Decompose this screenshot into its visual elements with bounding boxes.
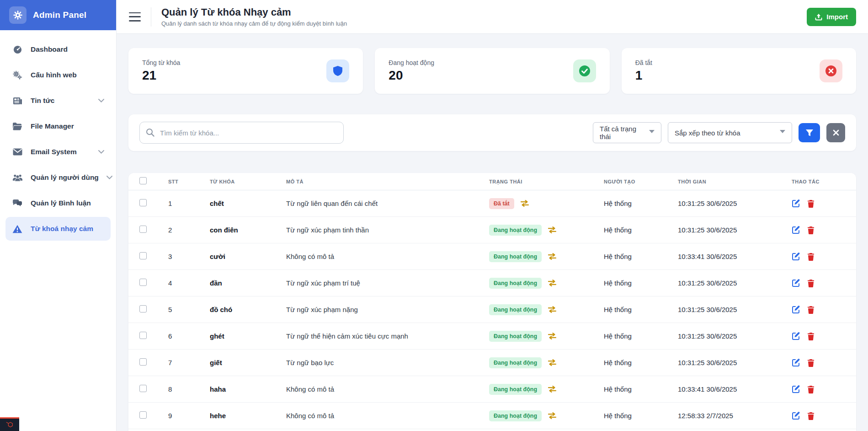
clear-filter-button[interactable] [826,123,845,142]
row-index: 8 [168,385,210,393]
time-cell: 10:31:25 30/6/2025 [678,306,792,313]
toggle-status-button[interactable] [548,359,557,366]
row-checkbox[interactable] [139,252,147,259]
row-index: 7 [168,359,210,366]
apply-filter-button[interactable] [799,123,820,142]
toggle-status-button[interactable] [548,386,557,393]
status-filter-select[interactable]: Tất cả trạng thái [593,122,661,143]
delete-button[interactable] [807,359,815,367]
row-checkbox[interactable] [139,279,147,286]
row-checkbox[interactable] [139,332,147,339]
row-checkbox[interactable] [139,385,147,392]
delete-button[interactable] [807,253,815,261]
trash-icon [807,385,815,393]
status-filter-value: Tất cả trạng thái [600,125,642,140]
sidebar-item-sensitive-keywords[interactable]: Từ khoá nhạy cảm [5,217,111,241]
sidebar-item-news[interactable]: Tin tức [5,89,111,113]
toggle-status-button[interactable] [548,226,557,233]
delete-button[interactable] [807,332,815,340]
delete-button[interactable] [807,412,815,420]
description-cell: Từ ngữ xúc phạm nặng [286,306,489,313]
delete-button[interactable] [807,279,815,287]
sidebar-item-user-management[interactable]: Quản lý người dùng [5,166,111,189]
edit-button[interactable] [792,411,800,420]
status-badge: Đang hoạt động [489,331,542,342]
row-checkbox[interactable] [139,411,147,419]
news-icon [12,97,23,105]
select-all-checkbox[interactable] [139,177,147,184]
swap-arrows-icon [548,359,557,366]
sidebar-item-file-manager[interactable]: File Manager [5,114,111,138]
table-row: 2 con điên Từ ngữ xúc phạm tinh thần Đan… [128,217,856,243]
edit-icon [792,226,800,234]
toggle-status-button[interactable] [520,200,529,207]
search-input[interactable] [139,122,344,144]
sidebar-item-email[interactable]: Email System [5,140,111,164]
table-row: 1 chết Từ ngữ liên quan đến cái chết Đã … [128,190,856,217]
delete-button[interactable] [807,226,815,234]
edit-button[interactable] [792,199,800,208]
actions-cell [792,279,856,287]
stat-label: Đang hoạt động [389,59,434,66]
row-checkbox[interactable] [139,226,147,233]
row-checkbox[interactable] [139,358,147,366]
status-cell: Đang hoạt động [489,357,604,368]
edit-button[interactable] [792,332,800,340]
keyword-cell: con điên [210,226,286,234]
sidebar-item-dashboard[interactable]: Dashboard [5,38,111,61]
toggle-status-button[interactable] [548,333,557,339]
description-cell: Không có mô tả [286,253,489,260]
delete-button[interactable] [807,385,815,393]
x-circle-icon [820,59,842,82]
edit-button[interactable] [792,279,800,287]
description-cell: Từ ngữ xúc phạm tinh thần [286,226,489,234]
gear-icon [9,6,27,24]
keyword-cell: chết [210,199,286,207]
menu-toggle-icon[interactable] [129,12,141,22]
edit-icon [792,279,800,287]
gauge-icon [12,45,23,54]
column-header-time: THỜI GIAN [678,179,792,184]
table-row: 4 đần Từ ngữ xúc phạm trí tuệ Đang hoạt … [128,270,856,296]
sidebar-item-comment-management[interactable]: Quản lý Bình luận [5,191,111,215]
actions-cell [792,199,856,208]
toggle-status-button[interactable] [548,253,557,260]
status-cell: Đang hoạt động [489,331,604,342]
edit-button[interactable] [792,358,800,367]
status-badge: Đang hoạt động [489,278,542,289]
trash-icon [807,306,815,314]
row-index: 4 [168,279,210,287]
stat-card-total: Tổng từ khóa 21 [128,48,363,94]
row-index: 9 [168,412,210,420]
sidebar-item-label: File Manager [31,122,74,130]
creator-cell: Hệ thống [604,226,678,234]
row-checkbox[interactable] [139,199,147,206]
sidebar-item-label: Quản lý người dùng [31,173,99,182]
edit-button[interactable] [792,305,800,314]
delete-button[interactable] [807,306,815,314]
toggle-status-button[interactable] [548,412,557,419]
edit-button[interactable] [792,226,800,234]
row-checkbox[interactable] [139,305,147,312]
swap-arrows-icon [548,306,557,313]
toggle-status-button[interactable] [548,280,557,286]
delete-button[interactable] [807,199,815,208]
column-header-stt: STT [168,179,210,184]
users-icon [12,174,23,182]
page-subtitle: Quản lý danh sách từ khóa nhạy cảm để tự… [161,20,347,27]
edit-button[interactable] [792,252,800,261]
trash-icon [807,253,815,261]
sidebar-item-web-config[interactable]: Cấu hình web [5,63,111,87]
creator-cell: Hệ thống [604,199,678,207]
edit-button[interactable] [792,385,800,393]
toggle-status-button[interactable] [548,306,557,313]
divider [151,7,151,27]
brand-header: Admin Panel [0,0,116,30]
table-row: 3 cười Không có mô tả Đang hoạt động Hệ … [128,243,856,270]
sort-select[interactable]: Sắp xếp theo từ khóa [668,122,792,143]
description-cell: Từ ngữ xúc phạm trí tuệ [286,279,489,287]
import-button[interactable]: Import [807,8,856,26]
column-header-status: TRẠNG THÁI [489,179,604,184]
laravel-debugbar[interactable] [0,417,19,431]
main-content: Tổng từ khóa 21 Đang hoạt động 20 Đã tắt… [116,34,868,431]
